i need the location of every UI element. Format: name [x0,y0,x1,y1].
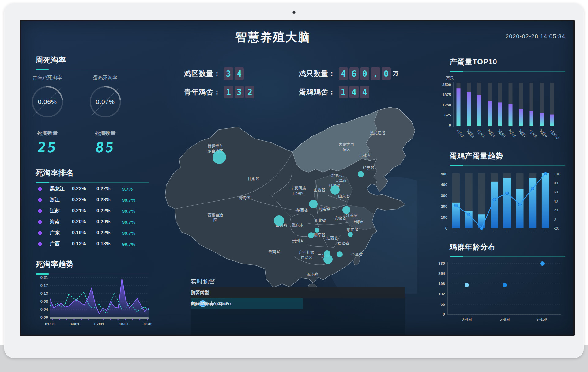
svg-text:100: 100 [441,215,447,220]
svg-text:330: 330 [438,261,445,266]
svg-text:0: 0 [554,217,556,222]
svg-text:鸡区3: 鸡区3 [476,128,486,139]
svg-text:鸡区4: 鸡区4 [486,128,496,139]
svg-text:500: 500 [441,172,447,176]
svg-text:01/01: 01/01 [45,322,55,326]
china-map[interactable]: 黑龙江省吉林省辽宁省内蒙古自治区北京市天津市河北省山西省山东省河南省陕西省宁夏回… [163,104,417,294]
digit-box: 1 [224,86,233,98]
svg-text:云南省: 云南省 [268,250,280,254]
digit-box: 2 [245,86,254,98]
digit-boxes: 460.0 [339,67,391,80]
svg-text:40: 40 [554,199,558,203]
section-underline [450,256,565,257]
svg-text:80: 80 [554,181,558,185]
svg-text:625: 625 [444,113,451,117]
panel-mortality-trend: 死淘率趋势 [36,259,149,275]
svg-text:- -: - - [531,229,534,233]
age-distribution-chart[interactable]: 3302641981326600~4周5~8周9~16周 [434,258,569,325]
rank-dot-icon [38,209,42,213]
panel-egg-top10-title: 产蛋量TOP10 [450,57,565,67]
svg-text:- -: - - [544,229,547,233]
svg-text:北京市: 北京市 [331,173,343,177]
svg-text:300: 300 [441,193,447,198]
section-underline [36,69,149,70]
svg-text:鸡区6: 鸡区6 [507,128,517,139]
rank-row: 广东0.19%0.22%99.7% [36,227,149,238]
svg-text:0.04: 0.04 [40,307,48,312]
digit-box: 1 [339,86,348,98]
svg-text:04/01: 04/01 [70,322,80,326]
egg-top10-chart[interactable]: 万只2500187512506250鸡区1鸡区2鸡区3鸡区4鸡区5鸡区6鸡区7鸡… [437,74,569,150]
stat-layer-houses: 蛋鸡鸡舍： 144 [299,85,371,99]
stat-zones: 鸡区数量： 34 [184,67,246,80]
svg-text:20: 20 [554,208,558,212]
svg-text:0~4周: 0~4周 [462,317,472,321]
svg-text:100: 100 [554,172,560,176]
alarm-table-header: 鸡区 预警类型 预警内容 [191,287,405,298]
svg-text:鸡区1: 鸡区1 [455,128,465,139]
panel-mortality-rank: 死淘率排名 [36,168,149,183]
gauge-young-mortality: 青年鸡死淘率 0.06% [25,75,70,117]
egg-trend-chart[interactable]: 5004003002001000100806040200-20- -- -- -… [437,163,569,236]
alarm-col-content: 预警内容 [191,290,209,296]
panel-egg-top10: 产蛋量TOP10 [450,57,565,72]
svg-text:0.00: 0.00 [40,315,48,320]
panel-mortality-trend-title: 死淘率趋势 [36,259,149,269]
panel-age-distribution-title: 鸡群年龄分布 [450,242,565,252]
svg-text:0: 0 [443,312,445,317]
gauge-layer-mortality: 蛋鸡死淘率 0.07% [83,75,127,117]
svg-text:- -: - - [467,229,470,233]
digit-box: 6 [349,67,359,80]
count-label: 死淘数量 [83,130,127,137]
svg-text:0: 0 [449,123,451,127]
svg-text:湖南省: 湖南省 [314,233,325,237]
svg-text:鸡区10: 鸡区10 [549,128,560,140]
svg-text:上海市: 上海市 [352,220,364,224]
digit-box: 4 [339,67,348,80]
section-underline [450,71,565,72]
stat-label: 鸡只数量： [299,69,336,78]
svg-text:河南省: 河南省 [318,207,330,211]
svg-text:200: 200 [441,204,447,209]
svg-text:湖北省: 湖北省 [314,218,326,223]
svg-text:10/01: 10/01 [119,322,129,326]
digit-box: 3 [235,86,244,98]
svg-text:264: 264 [438,271,445,276]
rank-dot-icon [38,242,42,246]
gauge-ring: 0.06% [32,86,63,117]
svg-text:66: 66 [441,302,445,306]
svg-text:0.21: 0.21 [40,275,48,280]
digit-box: 0 [360,67,369,80]
svg-text:60: 60 [554,190,558,194]
dashboard-screen: 智慧养殖大脑 2020-02-28 14:05:34 周死淘率 青年鸡死淘率 0… [20,20,575,336]
digit-boxes: 34 [224,67,244,80]
svg-text:400: 400 [441,182,447,187]
rank-row: 黑龙江0.23%0.22%9.7% [36,183,149,194]
gauge-ring: 0.07% [90,86,121,117]
svg-text:1250: 1250 [442,103,451,107]
svg-text:鸡区8: 鸡区8 [528,128,538,139]
monitor-frame: 智慧养殖大脑 2020-02-28 14:05:34 周死淘率 青年鸡死淘率 0… [4,3,584,358]
svg-text:贵州省: 贵州省 [292,239,304,243]
svg-text:山西省: 山西省 [314,188,325,192]
svg-text:- -: - - [505,229,509,233]
svg-text:- -: - - [492,229,496,233]
alarm-panel-title: 实时预警 [191,278,215,286]
digit-boxes: 132 [224,86,254,98]
svg-text:万只: 万只 [446,76,454,80]
mortality-trend-chart[interactable]: 0.210.170.130.080.040.0001/0104/0107/011… [35,274,152,333]
svg-text:2500: 2500 [442,82,451,87]
rank-dot-icon [38,231,42,235]
alarm-row: 11太仆寺旗-青年鸡3区高温报警xxxxxxxxxxxxxxxxxxx [191,298,303,309]
count-layer-deaths: 死淘数量 85 [83,130,127,156]
digit-boxes: 144 [339,86,369,98]
svg-text:台湾省: 台湾省 [351,252,363,257]
panel-age-distribution: 鸡群年龄分布 [450,242,565,257]
stat-young-houses: 青年鸡舍： 132 [184,85,257,99]
svg-text:0.13: 0.13 [40,291,48,296]
gauge-label: 蛋鸡死淘率 [83,75,127,81]
digit-box: . [371,67,380,80]
svg-text:9~16周: 9~16周 [536,317,548,321]
svg-text:浙江省: 浙江省 [347,228,358,232]
gauge-label: 青年鸡死淘率 [25,75,70,81]
